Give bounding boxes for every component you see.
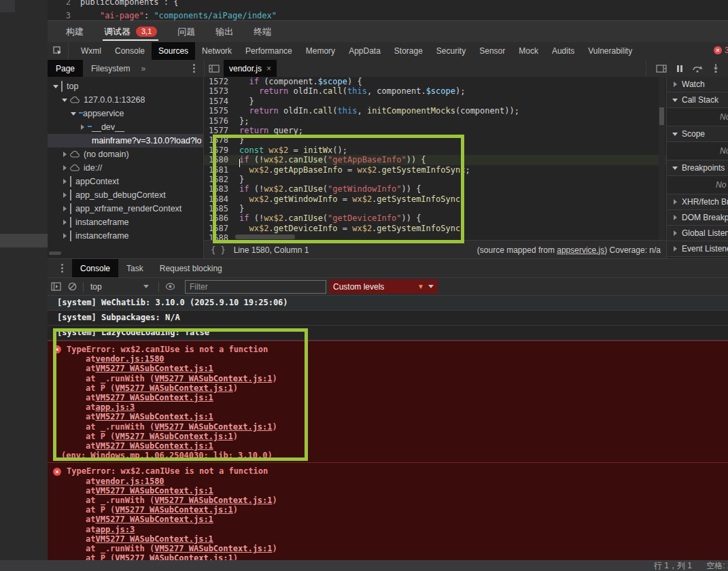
devtools-tab-appdata[interactable]: AppData — [342, 42, 387, 60]
debug-section-call-stack[interactable]: Call Stack — [667, 92, 728, 108]
tree-item--dev-[interactable]: __dev__ — [48, 120, 203, 134]
stack-link[interactable]: VM5277 WASubContext.js:1 — [95, 441, 213, 451]
tree-item-top[interactable]: top — [48, 80, 203, 93]
stack-link[interactable]: app.js:3 — [95, 402, 135, 412]
code-line-1583[interactable]: 1583if (!wx$2.canIUse("getWindowInfo")) … — [204, 184, 666, 194]
debug-section-xhr-fetch-breakpoints[interactable]: XHR/fetch Breakpoints — [667, 194, 728, 210]
code-line-1578[interactable]: 1578} — [204, 135, 666, 145]
code-line-1585[interactable]: 1585} — [204, 204, 666, 213]
code-line-1572[interactable]: 1572 if (component.$scope) { — [204, 77, 666, 86]
console-filter-input[interactable] — [185, 280, 326, 294]
panel-tab-构建[interactable]: 构建 — [65, 21, 85, 42]
devtools-tab-memory[interactable]: Memory — [299, 42, 342, 60]
editor-vertical-scrollbar[interactable] — [659, 77, 665, 240]
code-line-1579[interactable]: 1579const wx$2 = initWx(); — [204, 145, 666, 155]
stack-link[interactable]: vendor.js:1580 — [95, 477, 164, 486]
devtools-error-badge[interactable]: × 3 — [714, 46, 728, 55]
more-tabs-chevron[interactable]: » — [138, 64, 148, 73]
tree-item-appservice[interactable]: appservice — [48, 107, 203, 120]
stack-link[interactable]: vendor.js:1580 — [95, 354, 164, 364]
tree-scrollbar-thumb[interactable] — [49, 252, 61, 255]
console-tab-task[interactable]: Task — [118, 259, 152, 277]
debug-section-dom-breakpoints[interactable]: DOM Breakpoints — [667, 210, 728, 226]
show-drawer-icon[interactable] — [656, 64, 667, 73]
tree-item--no-domain-[interactable]: (no domain) — [48, 148, 203, 161]
tree-item-app-xrframe-rendercontext[interactable]: app_xrframe_renderContext — [48, 202, 203, 215]
hide-navigator-icon[interactable] — [209, 64, 220, 73]
tree-down-arrow-icon[interactable] — [69, 112, 77, 116]
custom-levels-button[interactable]: Custom levels ▼ — [329, 279, 438, 294]
step-into-button[interactable] — [712, 64, 719, 73]
context-selector[interactable]: top — [86, 282, 156, 292]
devtools-tab-sensor[interactable]: Sensor — [472, 42, 512, 60]
tree-right-arrow-icon[interactable] — [60, 192, 69, 198]
devtools-tab-console[interactable]: Console — [108, 42, 152, 60]
tree-right-arrow-icon[interactable] — [60, 165, 69, 171]
sidebar-menu-icon[interactable] — [188, 60, 200, 77]
debug-section-scope[interactable]: Scope — [667, 126, 728, 142]
stack-link[interactable]: VM5277 WASubContext.js:1 — [154, 374, 272, 383]
code-line-1575[interactable]: 1575 return oldIn.call(this, initCompone… — [204, 106, 666, 116]
console-system-message[interactable]: [system] LazyCodeLoading: false — [48, 326, 728, 341]
code-line-1581[interactable]: 1581 wx$2.getAppBaseInfo = wx$2.getSyste… — [204, 165, 666, 175]
debug-section-global-listeners[interactable]: Global Listeners — [667, 226, 728, 241]
stack-link[interactable]: VM5277 WASubContext.js:1 — [95, 515, 213, 524]
stack-link[interactable]: VM5277 WASubContext.js:1 — [115, 505, 232, 515]
stack-link[interactable]: app.js:3 — [95, 525, 135, 534]
console-sidebar-icon[interactable] — [48, 278, 64, 295]
tree-right-arrow-icon[interactable] — [60, 206, 69, 211]
pretty-print-icon[interactable]: { } — [211, 245, 226, 255]
tree-item-instanceframe[interactable]: instanceframe — [48, 215, 203, 229]
tree-down-arrow-icon[interactable] — [52, 85, 60, 88]
console-system-message[interactable]: [system] WeChatLib: 3.10.0 (2025.9.10 19… — [48, 296, 728, 311]
devtools-tab-mock[interactable]: Mock — [512, 42, 545, 60]
devtools-tab-vulnerability[interactable]: Vulnerability — [581, 42, 639, 60]
code-line-1586[interactable]: 1586if (!wx$2.canIUse("getDeviceInfo")) … — [204, 213, 666, 223]
stack-link[interactable]: VM5277 WASubContext.js:1 — [154, 422, 272, 432]
clear-console-icon[interactable] — [64, 278, 80, 295]
devtools-tab-sources[interactable]: Sources — [152, 42, 195, 60]
tab-page[interactable]: Page — [48, 60, 83, 77]
stack-link[interactable]: VM5277 WASubContext.js:1 — [95, 393, 213, 402]
code-line-1577[interactable]: 1577return query; — [204, 126, 666, 135]
console-tab-console[interactable]: Console — [72, 259, 118, 277]
tree-item-instanceframe[interactable]: instanceframe — [48, 229, 203, 243]
panel-tab-输出[interactable]: 输出 — [214, 21, 235, 42]
tree-item-ide-[interactable]: ide:// — [48, 161, 203, 175]
devtools-tab-network[interactable]: Network — [195, 42, 239, 60]
tree-right-arrow-icon[interactable] — [78, 124, 86, 130]
live-expression-eye-icon[interactable] — [162, 278, 178, 295]
editor-horizontal-scrollbar-thumb[interactable] — [235, 235, 295, 239]
tree-item-127-0-0-1-13268[interactable]: 127.0.0.1:13268 — [48, 93, 203, 107]
console-menu-icon[interactable] — [56, 259, 68, 277]
tab-filesystem[interactable]: Filesystem — [83, 60, 138, 77]
tree-right-arrow-icon[interactable] — [60, 179, 69, 184]
tree-right-arrow-icon[interactable] — [60, 233, 69, 239]
devtools-tab-security[interactable]: Security — [430, 42, 472, 60]
tree-right-arrow-icon[interactable] — [60, 152, 69, 157]
pause-script-button[interactable] — [676, 65, 683, 73]
stack-link[interactable]: VM5277 WASubContext.js:1 — [154, 544, 272, 553]
devtools-tab-wxml[interactable]: Wxml — [74, 42, 108, 60]
debug-section-breakpoints[interactable]: Breakpoints — [667, 160, 728, 176]
console-error-message[interactable]: ×TypeError: wx$2.canIUse is not a functi… — [48, 341, 728, 462]
stack-link[interactable]: VM5277 WASubContext.js:1 — [95, 364, 213, 373]
inspect-element-button[interactable] — [48, 42, 69, 60]
code-line-1587[interactable]: 1587 wx$2.getDeviceInfo = wx$2.getSystem… — [204, 224, 666, 233]
code-line-1584[interactable]: 1584 wx$2.getWindowInfo = wx$2.getSystem… — [204, 194, 666, 204]
debug-section-watch[interactable]: Watch — [667, 77, 728, 92]
code-editor[interactable]: 1572 if (component.$scope) {1573 return … — [204, 77, 666, 240]
code-line-1573[interactable]: 1573 return oldIn.call(this, component.$… — [204, 86, 666, 96]
stack-link[interactable]: VM5277 WASubContext.js:1 — [95, 486, 213, 496]
source-map-link[interactable]: appservice.js — [557, 245, 604, 255]
devtools-tab-audits[interactable]: Audits — [545, 42, 581, 60]
panel-tab-终端[interactable]: 终端 — [252, 21, 273, 42]
devtools-tab-storage[interactable]: Storage — [387, 42, 430, 60]
tree-item-mainframe-v-3-10-0-load-lo[interactable]: mainframe?v=3.10.0?load?lo — [48, 134, 203, 148]
code-line-1582[interactable]: 1582} — [204, 175, 666, 184]
devtools-tab-performance[interactable]: Performance — [239, 42, 299, 60]
close-tab-icon[interactable]: × — [266, 64, 271, 73]
tree-item-appcontext[interactable]: appContext — [48, 175, 203, 188]
console-error-message[interactable]: ×TypeError: wx$2.canIUse is not a functi… — [48, 462, 728, 561]
stack-link[interactable]: VM5277 WASubContext.js:1 — [115, 432, 232, 441]
